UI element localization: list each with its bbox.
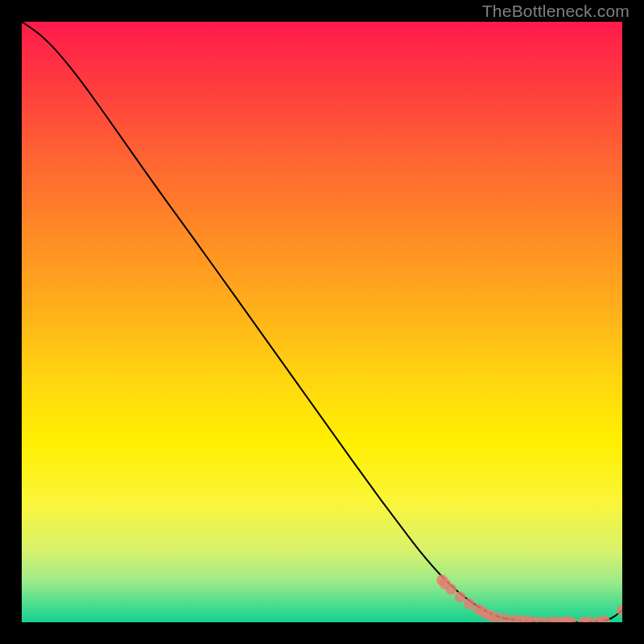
data-marker (514, 615, 526, 622)
data-marker (526, 616, 538, 622)
data-marker (478, 607, 489, 618)
data-marker (584, 617, 595, 622)
data-marker (445, 584, 456, 595)
data-marker (490, 612, 502, 622)
data-marker (599, 616, 610, 622)
curve-line (22, 22, 622, 622)
data-marker (617, 605, 622, 616)
data-marker (578, 617, 589, 622)
data-marker (509, 615, 520, 622)
data-marker (535, 617, 547, 622)
data-markers (436, 575, 622, 622)
data-marker (455, 592, 466, 603)
data-marker (544, 617, 555, 622)
attribution-label: TheBottleneck.com (482, 2, 630, 21)
data-marker (556, 617, 568, 622)
data-marker (551, 617, 562, 622)
chart-svg (22, 22, 622, 622)
data-marker (565, 617, 576, 622)
data-marker (521, 616, 532, 622)
chart-plot-area (22, 22, 622, 622)
data-marker (464, 598, 475, 609)
data-marker (500, 613, 511, 622)
data-marker (485, 610, 496, 621)
data-marker (473, 604, 484, 615)
data-marker (440, 578, 451, 589)
data-marker (592, 617, 604, 622)
data-marker (561, 617, 572, 622)
data-marker (436, 575, 448, 586)
